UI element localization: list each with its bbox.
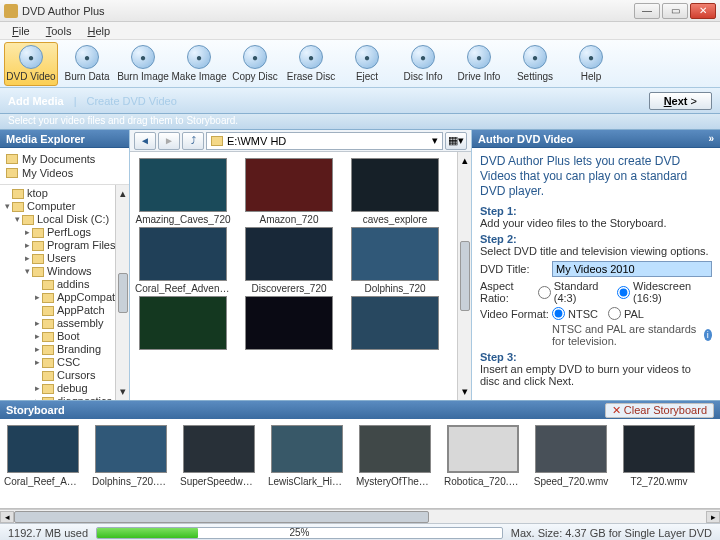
nav-up-button[interactable]: ⤴	[182, 132, 204, 150]
toolbar-eject[interactable]: ●Eject	[340, 42, 394, 86]
expand-icon[interactable]: ▾	[12, 213, 22, 226]
expand-icon[interactable]: ▸	[22, 226, 32, 239]
tree-item[interactable]: ▸assembly	[2, 317, 127, 330]
expand-icon[interactable]: ▸	[32, 330, 42, 343]
ntsc-radio[interactable]: NTSC	[552, 307, 598, 320]
path-field[interactable]: E:\WMV HD▾	[206, 132, 443, 150]
pal-radio[interactable]: PAL	[608, 307, 644, 320]
storyboard-item[interactable]: MysteryOfTheNile.w...	[356, 425, 434, 487]
thumbnail-image	[245, 296, 333, 350]
scroll-right-icon[interactable]: ▸	[706, 511, 720, 523]
storyboard-item[interactable]: LewisClark_HiDef....	[268, 425, 346, 487]
tree-item[interactable]: ▸Program Files	[2, 239, 127, 252]
toolbar: ●DVD Video●Burn Data●Burn Image●Make Ima…	[0, 40, 720, 88]
menu-help[interactable]: Help	[79, 23, 118, 39]
tree-item[interactable]: Cursors	[2, 369, 127, 382]
expand-icon[interactable]: ▸	[32, 356, 42, 369]
expand-icon[interactable]: ▾	[2, 200, 12, 213]
folder-tree[interactable]: ▴▾ ktop▾Computer▾Local Disk (C:)▸PerfLog…	[0, 185, 129, 400]
tree-item[interactable]: ▸PerfLogs	[2, 226, 127, 239]
toolbar-burn-data[interactable]: ●Burn Data	[60, 42, 114, 86]
tree-item[interactable]: ▾Computer	[2, 200, 127, 213]
info-icon[interactable]: i	[704, 329, 712, 341]
toolbar-make-image[interactable]: ●Make Image	[172, 42, 226, 86]
storyboard-item[interactable]: SuperSpeedway.w...	[180, 425, 258, 487]
thumbnail-area: Amazing_Caves_720Amazon_720caves_explore…	[130, 152, 471, 400]
expand-icon[interactable]: ▾	[22, 265, 32, 278]
tree-item[interactable]: AppPatch	[2, 304, 127, 317]
media-explorer-panel: Media Explorer My Documents My Videos ▴▾…	[0, 130, 130, 400]
nav-back-button[interactable]: ◄	[134, 132, 156, 150]
expand-icon[interactable]: ▸	[32, 382, 42, 395]
tree-item[interactable]: ▾Windows	[2, 265, 127, 278]
collapse-icon[interactable]: »	[708, 133, 714, 144]
folder-icon	[32, 267, 44, 277]
thumbnail-item[interactable]	[134, 296, 232, 352]
tab-bar: Add Media | Create DVD Video Next >	[0, 88, 720, 114]
scroll-left-icon[interactable]: ◂	[0, 511, 14, 523]
thumbnail-item[interactable]	[346, 296, 444, 352]
storyboard-panel: Storyboard ✕Clear Storyboard Coral_Reef_…	[0, 400, 720, 523]
chevron-down-icon[interactable]: ▾	[432, 134, 438, 147]
toolbar-copy-disc[interactable]: ●Copy Disc	[228, 42, 282, 86]
toolbar-disc-info[interactable]: ●Disc Info	[396, 42, 450, 86]
folder-icon	[12, 202, 24, 212]
tab-add-media[interactable]: Add Media	[8, 95, 64, 107]
thumbnail-item[interactable]: caves_explore	[346, 158, 444, 225]
aspect-standard-radio[interactable]: Standard (4:3)	[538, 280, 607, 304]
expand-icon[interactable]: ▸	[22, 239, 32, 252]
storyboard-item[interactable]: Dolphins_720.wmv	[92, 425, 170, 487]
tree-item[interactable]: addins	[2, 278, 127, 291]
tree-scrollbar[interactable]: ▴▾	[115, 185, 129, 400]
storyboard-item[interactable]: T2_720.wmv	[620, 425, 698, 487]
toolbar-drive-info[interactable]: ●Drive Info	[452, 42, 506, 86]
tree-item[interactable]: ▾Local Disk (C:)	[2, 213, 127, 226]
minimize-button[interactable]: —	[634, 3, 660, 19]
toolbar-help[interactable]: ●Help	[564, 42, 618, 86]
next-button[interactable]: Next >	[649, 92, 712, 110]
thumbnail-item[interactable]: Coral_Reef_Adventure_720	[134, 227, 232, 294]
view-mode-button[interactable]: ▦▾	[445, 132, 467, 150]
tree-item[interactable]: ▸Boot	[2, 330, 127, 343]
thumbs-scrollbar[interactable]: ▴▾	[457, 152, 471, 400]
storyboard-scrollbar[interactable]: ◂ ▸	[0, 509, 720, 523]
maximize-button[interactable]: ▭	[662, 3, 688, 19]
toolbar-settings[interactable]: ●Settings	[508, 42, 562, 86]
toolbar-erase-disc[interactable]: ●Erase Disc	[284, 42, 338, 86]
thumbnail-item[interactable]: Discoverers_720	[240, 227, 338, 294]
quick-my-documents[interactable]: My Documents	[6, 152, 123, 166]
thumbnail-item[interactable]	[240, 296, 338, 352]
expand-icon[interactable]: ▸	[32, 395, 42, 400]
storyboard-item[interactable]: Robotica_720.wmv	[444, 425, 522, 487]
thumbnail-item[interactable]: Amazon_720	[240, 158, 338, 225]
tree-item[interactable]: ▸Users	[2, 252, 127, 265]
toolbar-dvd-video[interactable]: ●DVD Video	[4, 42, 58, 86]
delete-icon: ✕	[612, 404, 621, 417]
expand-icon[interactable]: ▸	[32, 317, 42, 330]
step2-label: Step 2:	[480, 233, 712, 245]
thumbnail-item[interactable]: Dolphins_720	[346, 227, 444, 294]
storyboard-item[interactable]: Speed_720.wmv	[532, 425, 610, 487]
clear-storyboard-button[interactable]: ✕Clear Storyboard	[605, 403, 714, 418]
tree-item[interactable]: ▸diagnostics	[2, 395, 127, 400]
tree-item[interactable]: ▸CSC	[2, 356, 127, 369]
expand-icon[interactable]: ▸	[32, 291, 42, 304]
tree-item[interactable]: ▸debug	[2, 382, 127, 395]
menu-tools[interactable]: Tools	[38, 23, 80, 39]
storyboard-item[interactable]: Coral_Reef_Advent...	[4, 425, 82, 487]
menu-file[interactable]: File	[4, 23, 38, 39]
close-button[interactable]: ✕	[690, 3, 716, 19]
tree-item[interactable]: ktop	[2, 187, 127, 200]
expand-icon[interactable]: ▸	[32, 343, 42, 356]
dvd-title-input[interactable]	[552, 261, 712, 277]
aspect-widescreen-radio[interactable]: Widescreen (16:9)	[617, 280, 702, 304]
nav-forward-button[interactable]: ►	[158, 132, 180, 150]
quick-my-videos[interactable]: My Videos	[6, 166, 123, 180]
toolbar-burn-image[interactable]: ●Burn Image	[116, 42, 170, 86]
tab-create-dvd[interactable]: Create DVD Video	[86, 95, 176, 107]
tree-item[interactable]: ▸AppCompat	[2, 291, 127, 304]
tree-item[interactable]: ▸Branding	[2, 343, 127, 356]
menubar: File Tools Help	[0, 22, 720, 40]
thumbnail-item[interactable]: Amazing_Caves_720	[134, 158, 232, 225]
expand-icon[interactable]: ▸	[22, 252, 32, 265]
